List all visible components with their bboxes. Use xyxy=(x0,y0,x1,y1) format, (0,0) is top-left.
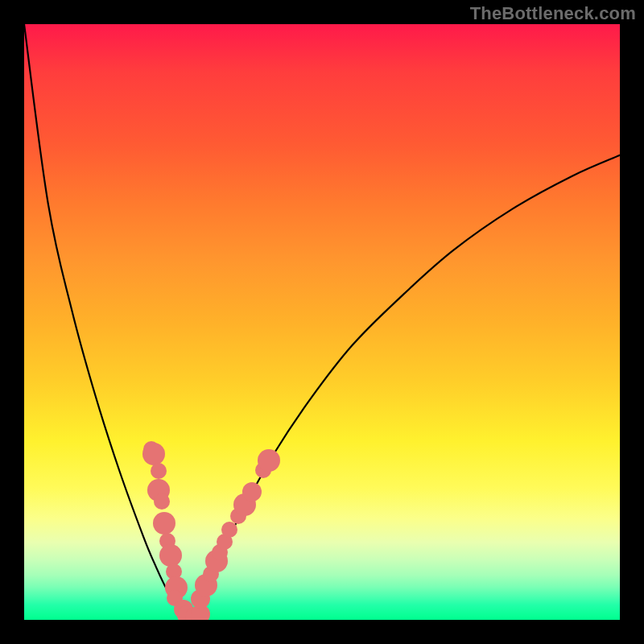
highlight-dot xyxy=(142,443,165,465)
curve-right-arm xyxy=(191,155,620,620)
highlight-dot xyxy=(242,482,262,502)
plot-area xyxy=(24,24,620,620)
highlight-dot xyxy=(258,449,280,472)
watermark-text: TheBottleneck.com xyxy=(470,3,636,24)
highlight-dot xyxy=(221,522,237,538)
curve-layer xyxy=(24,24,620,620)
highlight-dot xyxy=(154,493,170,510)
frame: TheBottleneck.com xyxy=(0,0,644,644)
highlight-dot xyxy=(151,463,167,479)
highlight-dot xyxy=(153,512,175,535)
